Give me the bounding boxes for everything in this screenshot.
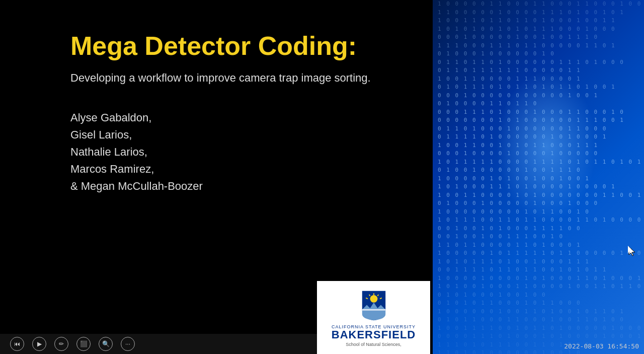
binary-row: 1 0 0 0 0 1 0 0 0 0 1 0 1 0 0 0 1 1 0 1 … — [433, 274, 644, 283]
csub-name-big: BAKERSFIELD — [332, 329, 416, 340]
binary-row: 0 1 0 1 1 1 0 1 0 1 1 0 1 0 1 1 0 1 0 0 … — [433, 83, 644, 92]
binary-row: 1 0 1 0 0 1 0 0 0 1 1 0 0 0 0 1 0 0 1 1 … — [433, 282, 644, 291]
author-item: Alyse Gabaldon, — [70, 111, 392, 124]
binary-row: 1 0 0 1 1 0 1 1 0 1 1 0 1 0 0 0 1 0 0 1 … — [433, 17, 644, 25]
binary-row: 1 0 1 1 1 1 1 0 0 0 0 1 1 1 1 0 1 0 1 1 … — [433, 158, 644, 167]
toolbar-btn-4[interactable]: 🔍 — [99, 337, 113, 351]
binary-row: 0 1 1 0 1 0 0 0 1 0 0 0 0 0 0 1 1 0 0 0 — [433, 125, 644, 133]
binary-row: 0 0 0 1 0 0 0 0 0 0 0 0 0 0 0 1 0 0 1 — [433, 92, 644, 100]
binary-row: 0 1 0 0 0 1 0 0 0 0 0 0 1 0 — [433, 50, 644, 58]
binary-row: 0 0 1 0 0 1 0 0 1 1 1 0 0 1 0 — [433, 233, 644, 241]
toolbar-btn-2[interactable]: ✏ — [54, 337, 68, 351]
binary-row: 0 1 0 0 1 0 0 0 0 0 1 0 0 1 1 1 0 — [433, 166, 644, 175]
binary-row: 1 1 0 1 1 0 0 0 0 1 1 0 1 0 0 0 1 — [433, 241, 644, 250]
binary-row: 1 0 0 0 0 0 0 1 0 0 1 1 0 1 0 0 1 0 1 1 … — [433, 308, 644, 316]
toolbar-btn-1[interactable]: ▶ — [32, 337, 46, 351]
csub-logo-box: CALIFORNIA STATE UNIVERSITY BAKERSFIELD … — [317, 281, 430, 354]
authors-list: Alyse Gabaldon,Gisel Larios,Nathalie Lar… — [70, 111, 392, 193]
binary-background: 1 0 0 0 0 0 1 1 0 0 0 1 1 0 0 0 1 1 0 0 … — [433, 0, 644, 354]
timestamp: 2022-08-03 16:54:50 — [564, 342, 639, 350]
binary-row: 1 0 0 1 1 0 0 0 0 1 0 1 0 0 0 0 0 0 0 1 … — [433, 191, 644, 200]
binary-row: 0 1 1 0 1 1 1 1 1 1 0 0 0 0 0 1 1 — [433, 66, 644, 75]
author-item: Marcos Ramirez, — [70, 163, 392, 176]
svg-point-0 — [370, 295, 377, 303]
binary-row: 1 1 0 0 0 0 0 1 0 0 0 0 1 1 1 0 1 0 0 1 … — [433, 9, 644, 17]
binary-row: 0 1 0 0 0 0 1 1 0 1 1 0 — [433, 100, 644, 108]
binary-row: 0 1 0 1 0 1 1 0 0 0 1 0 1 1 0 0 0 — [433, 299, 644, 308]
binary-row: 0 1 0 1 0 0 0 1 0 0 1 0 0 — [433, 291, 644, 300]
binary-row: 1 0 0 1 1 0 0 0 0 1 1 1 0 0 0 0 1 — [433, 75, 644, 84]
binary-row: 1 0 0 1 1 1 1 0 0 1 0 1 1 0 1 0 0 0 0 0 … — [433, 324, 644, 333]
binary-overlay: 1 0 0 0 0 0 1 1 0 0 0 1 1 0 0 0 1 1 0 0 … — [433, 0, 644, 354]
binary-row: 1 0 0 1 1 0 0 1 0 1 0 1 1 0 0 0 1 1 1 — [433, 141, 644, 150]
binary-row: 1 0 1 0 0 0 1 1 1 0 1 0 0 0 0 1 0 0 0 0 … — [433, 183, 644, 191]
binary-row: 0 0 0 1 0 0 0 0 1 0 0 0 0 1 0 0 0 0 0 — [433, 150, 644, 158]
author-item: Nathalie Larios, — [70, 146, 392, 159]
svg-rect-6 — [362, 309, 385, 310]
binary-row: 0 1 0 1 1 0 0 0 1 1 0 0 0 1 0 0 1 1 0 1 … — [433, 316, 644, 324]
binary-row: 1 0 1 0 1 0 0 1 0 1 0 1 1 1 0 0 0 1 0 0 … — [433, 25, 644, 34]
csub-name-sub: School of Natural Sciences, — [346, 342, 401, 347]
toolbar-btn-0[interactable]: ⏮ — [10, 337, 24, 351]
binary-row: 0 1 1 0 1 1 0 1 0 0 0 0 0 0 1 1 1 0 1 0 … — [433, 58, 644, 67]
binary-row: 1 0 1 1 1 0 0 1 1 0 1 1 0 0 0 0 1 1 0 1 … — [433, 216, 644, 225]
binary-row: 0 0 1 1 1 1 0 1 1 0 1 1 0 0 1 0 1 0 1 1 — [433, 266, 644, 274]
binary-row: 1 0 0 0 0 0 1 1 0 0 0 1 1 0 0 0 1 1 0 0 … — [433, 0, 644, 9]
binary-row: 0 0 0 0 0 0 0 1 0 1 0 0 0 0 0 0 1 1 1 0 … — [433, 116, 644, 125]
binary-row: 0 0 0 1 0 0 0 0 0 1 0 0 1 0 0 1 1 1 0 — [433, 33, 644, 42]
binary-row: 1 0 0 0 0 0 1 0 1 0 0 1 0 0 1 0 0 1 — [433, 175, 644, 183]
binary-row: 0 1 1 1 1 0 1 0 0 0 0 0 0 1 0 1 0 0 0 1 — [433, 133, 644, 141]
csub-shield-icon — [359, 289, 389, 321]
binary-row: 1 0 0 0 0 0 1 0 1 1 1 1 1 0 1 1 0 0 0 0 … — [433, 249, 644, 258]
binary-row: 0 0 1 0 0 1 0 1 0 0 0 1 1 1 1 0 0 — [433, 225, 644, 233]
author-item: Gisel Larios, — [70, 128, 392, 141]
slide-subtitle: Developing a workflow to improve camera … — [70, 70, 392, 86]
author-item: & Megan McCullah-Boozer — [70, 180, 392, 193]
binary-row: 1 0 0 0 0 0 0 0 0 0 1 0 1 1 0 0 1 0 — [433, 208, 644, 217]
slide-title: Mega Detector Coding: — [70, 30, 392, 61]
presentation-toolbar: ⏮▶✏⬛🔍··· — [0, 334, 317, 354]
binary-row: 0 0 0 1 1 1 0 1 0 0 0 1 0 0 0 1 1 0 0 0 … — [433, 108, 644, 117]
toolbar-btn-3[interactable]: ⬛ — [76, 337, 91, 351]
binary-row: 0 1 0 0 0 1 0 0 0 0 0 1 0 0 0 1 0 0 0 — [433, 199, 644, 208]
binary-row: 0 0 0 0 1 1 1 0 1 0 0 0 1 0 1 0 0 0 0 1 … — [433, 332, 644, 341]
toolbar-btn-5[interactable]: ··· — [121, 337, 135, 351]
binary-row: 1 0 1 0 1 1 1 0 1 0 0 1 0 0 0 1 1 1 — [433, 258, 644, 266]
binary-row: 1 1 1 0 0 0 1 1 1 0 1 1 0 0 0 0 0 1 1 0 … — [433, 42, 644, 50]
